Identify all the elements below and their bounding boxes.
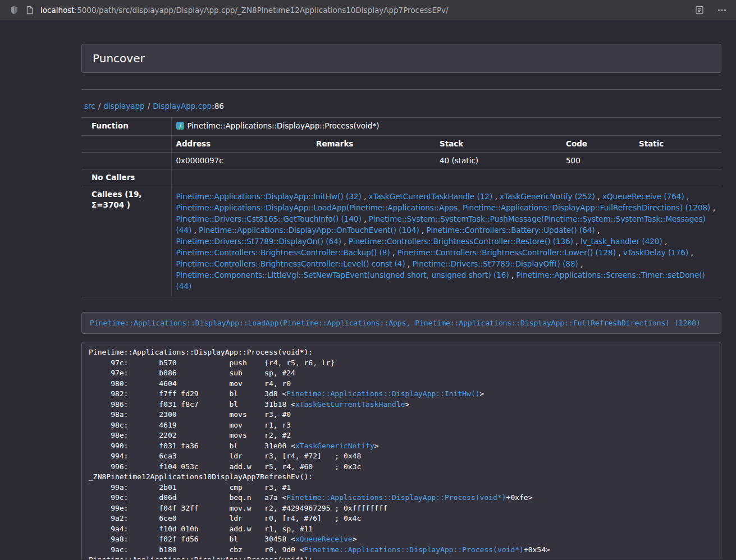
- disassembly-symbol-link[interactable]: Pinetime::Applications::DisplayApp::Proc…: [304, 545, 524, 554]
- disassembly-symbol-link[interactable]: Pinetime::Applications::DisplayApp::Init…: [286, 389, 479, 398]
- breadcrumb-link-displayapp[interactable]: displayapp: [103, 102, 144, 111]
- column-header-code: Code: [561, 136, 634, 153]
- symbol-panel-link[interactable]: Pinetime::Applications::DisplayApp::Load…: [90, 319, 701, 327]
- function-icon: f: [176, 122, 184, 132]
- url-bar[interactable]: localhost:5000/path/src/displayapp/Displ…: [40, 6, 683, 15]
- callee-link[interactable]: lv_task_handler (420): [580, 237, 662, 246]
- callees-list: Pinetime::Applications::DisplayApp::Init…: [171, 186, 721, 297]
- page-actions-menu-icon[interactable]: [716, 4, 728, 16]
- callee-link[interactable]: xTaskGenericNotify (252): [500, 192, 595, 201]
- table-row-column-headers: Address Remarks Stack Code Static: [81, 136, 721, 153]
- url-host: localhost: [40, 6, 75, 15]
- column-header-remarks: Remarks: [312, 136, 435, 153]
- callee-link[interactable]: xQueueReceive (764): [602, 192, 684, 201]
- address-value: 0x0000097c: [171, 153, 312, 169]
- breadcrumb-line-number: :86: [212, 102, 224, 111]
- breadcrumb-link-src[interactable]: src: [84, 102, 95, 111]
- callee-link[interactable]: Pinetime::Controllers::BrightnessControl…: [349, 237, 573, 246]
- table-row-no-callers: No Callers: [81, 169, 721, 186]
- remarks-value: [312, 153, 435, 169]
- empty-cell: [171, 169, 721, 186]
- breadcrumb-link-file[interactable]: DisplayApp.cpp: [153, 102, 212, 111]
- callee-link[interactable]: xTaskGetCurrentTaskHandle (12): [369, 192, 493, 201]
- shield-icon[interactable]: [8, 4, 20, 16]
- page-info-icon[interactable]: [24, 4, 36, 16]
- function-name: Pinetime::Applications::DisplayApp::Proc…: [188, 121, 380, 130]
- breadcrumb-separator: /: [148, 102, 150, 111]
- callee-link[interactable]: Pinetime::Components::LittleVgl::SetNewT…: [176, 270, 509, 279]
- column-header-address: Address: [171, 136, 312, 153]
- browser-chrome: localhost:5000/path/src/displayapp/Displ…: [0, 0, 736, 20]
- empty-cell: [81, 153, 171, 169]
- table-row-callees: Callees (19, Σ=3704 ) Pinetime::Applicat…: [81, 186, 721, 297]
- page-title: Puncover: [93, 52, 145, 65]
- no-callers-label: No Callers: [81, 169, 171, 186]
- callee-link[interactable]: Pinetime::Controllers::BrightnessControl…: [176, 248, 390, 257]
- breadcrumb: src/displayapp/DisplayApp.cpp:86: [81, 102, 721, 111]
- column-header-stack: Stack: [435, 136, 561, 153]
- url-path: :5000/path/src/displayapp/DisplayApp.cpp…: [75, 6, 449, 15]
- callees-label: Callees (19, Σ=3704 ): [81, 186, 171, 297]
- reader-view-icon[interactable]: [693, 4, 706, 16]
- function-name-cell: f Pinetime::Applications::DisplayApp::Pr…: [171, 118, 721, 136]
- table-row-function: Function f Pinetime::Applications::Displ…: [81, 118, 721, 136]
- content-container: Puncover src/displayapp/DisplayApp.cpp:8…: [81, 44, 721, 559]
- page-body: Puncover src/displayapp/DisplayApp.cpp:8…: [0, 20, 736, 559]
- callee-link[interactable]: Pinetime::Controllers::BrightnessControl…: [176, 259, 405, 268]
- stack-value: 40 (static): [435, 153, 561, 169]
- disassembly-code: Pinetime::Applications::DisplayApp::Proc…: [89, 347, 714, 559]
- callee-link[interactable]: Pinetime::Drivers::Cst816S::GetTouchInfo…: [176, 214, 362, 223]
- code-value: 500: [561, 153, 634, 169]
- callee-link[interactable]: Pinetime::Drivers::St7789::DisplayOff() …: [413, 259, 578, 268]
- disassembly-symbol-link[interactable]: xQueueReceive: [295, 535, 353, 543]
- callee-link[interactable]: Pinetime::Applications::DisplayApp::Init…: [176, 192, 362, 201]
- app-header-panel: Puncover: [81, 44, 721, 73]
- divider: [81, 89, 721, 90]
- callee-link[interactable]: Pinetime::Drivers::St7789::DisplayOn() (…: [176, 237, 342, 246]
- breadcrumb-separator: /: [98, 102, 101, 111]
- disassembly-symbol-link[interactable]: xTaskGetCurrentTaskHandle: [295, 400, 405, 408]
- function-table: Function f Pinetime::Applications::Displ…: [81, 117, 721, 297]
- callee-link[interactable]: Pinetime::Applications::DisplayApp::Load…: [176, 203, 711, 212]
- callee-link[interactable]: Pinetime::Controllers::Battery::Update()…: [427, 226, 595, 235]
- column-header-static: Static: [634, 136, 721, 153]
- disassembly-symbol-link[interactable]: xTaskGenericNotify: [295, 442, 374, 450]
- disassembly-panel: Pinetime::Applications::DisplayApp::Proc…: [81, 342, 721, 559]
- symbol-panel: Pinetime::Applications::DisplayApp::Load…: [81, 312, 721, 334]
- callee-link[interactable]: vTaskDelay (176): [623, 248, 688, 257]
- disassembly-symbol-link[interactable]: Pinetime::Applications::DisplayApp::Proc…: [286, 493, 506, 502]
- callee-link[interactable]: Pinetime::Controllers::BrightnessControl…: [397, 248, 616, 257]
- empty-cell: [81, 136, 171, 153]
- static-value: [634, 153, 721, 169]
- function-label: Function: [81, 118, 171, 136]
- callee-link[interactable]: Pinetime::Applications::DisplayApp::OnTo…: [199, 226, 419, 235]
- table-row-values: 0x0000097c 40 (static) 500: [81, 153, 721, 169]
